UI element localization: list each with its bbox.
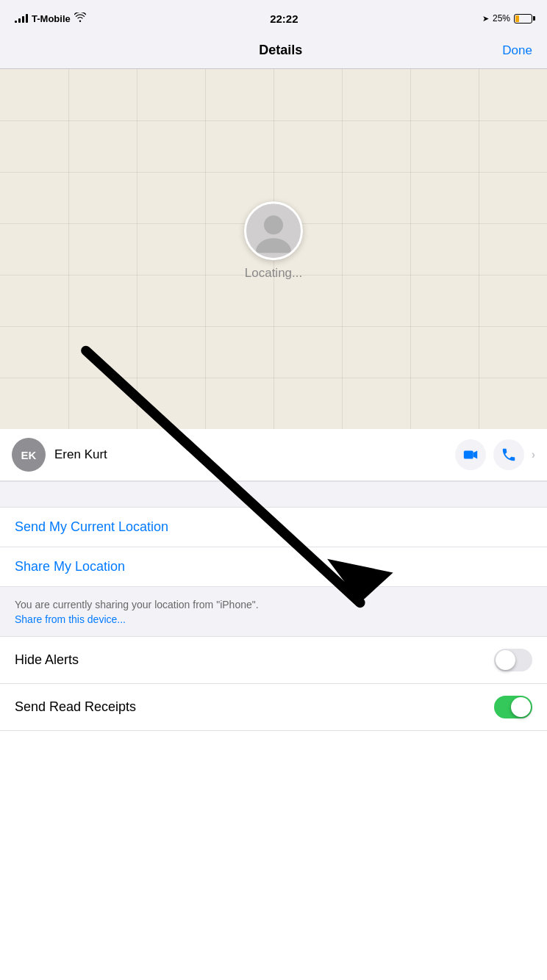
contact-name: Eren Kurt [54,447,446,462]
contact-row: EK Eren Kurt › [0,429,547,481]
send-current-location-item[interactable]: Send My Current Location [0,508,547,547]
video-call-button[interactable] [455,439,486,470]
svg-point-0 [264,215,283,234]
send-read-receipts-row: Send Read Receipts [0,684,547,731]
status-bar: T-Mobile 22:22 ➤ 25% [0,0,547,32]
share-from-device-link[interactable]: Share from this device... [15,613,126,625]
location-sharing-info-box: You are currently sharing your location … [0,587,547,637]
hide-alerts-row: Hide Alerts [0,637,547,684]
hide-alerts-label: Hide Alerts [15,652,79,668]
map-area: Locating... [0,69,547,429]
phone-call-button[interactable] [493,439,524,470]
status-time: 22:22 [270,12,298,25]
battery-fill [515,15,519,22]
signal-bars [15,14,28,23]
battery-pct-label: 25% [493,13,510,24]
contact-initials: EK [21,449,37,461]
share-my-location-label: Share My Location [15,559,125,574]
section-separator-1 [0,481,547,508]
status-left: T-Mobile [15,12,86,24]
send-read-receipts-label: Send Read Receipts [15,699,136,715]
nav-title: Details [259,43,302,58]
send-current-location-label: Send My Current Location [15,519,168,535]
page-wrapper: T-Mobile 22:22 ➤ 25% Details [0,0,547,731]
svg-rect-2 [464,451,473,459]
chevron-right-icon: › [532,448,535,461]
send-read-receipts-toggle[interactable] [494,696,532,718]
contact-actions: › [455,439,535,470]
status-right: ➤ 25% [482,13,532,24]
map-avatar-container: Locating... [244,201,303,281]
carrier-label: T-Mobile [32,13,71,24]
share-my-location-item[interactable]: Share My Location [0,547,547,587]
battery-indicator [514,14,532,24]
nav-bar: Details Done [0,32,547,69]
wifi-icon [74,12,86,24]
hide-alerts-toggle[interactable] [494,649,532,671]
location-arrow-icon: ➤ [482,14,489,24]
info-box-text: You are currently sharing your location … [15,599,259,610]
send-read-receipts-thumb [511,697,531,717]
done-button[interactable]: Done [502,43,532,58]
locating-text: Locating... [245,266,302,281]
svg-point-1 [256,238,291,253]
hide-alerts-thumb [496,650,515,670]
map-avatar [244,201,303,260]
contact-avatar: EK [12,438,46,472]
battery-icon [514,14,532,24]
